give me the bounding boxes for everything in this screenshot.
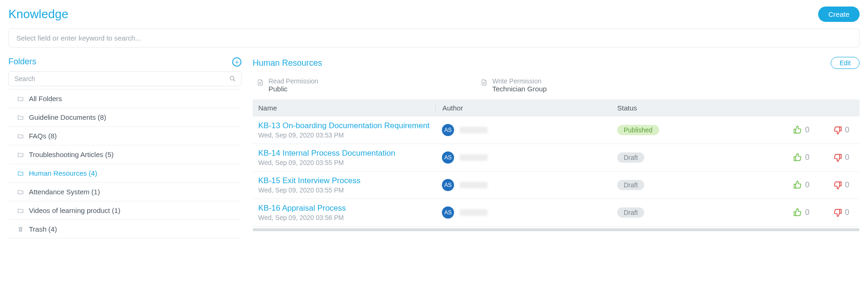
downvote-count: 0 — [845, 125, 849, 135]
downvote-count: 0 — [845, 208, 849, 217]
sidebar-item[interactable]: Videos of learning product(1) — [8, 201, 241, 220]
avatar: AS — [442, 206, 454, 219]
upvote[interactable]: 0 — [793, 208, 809, 217]
sidebar-item[interactable]: FAQs(8) — [8, 127, 241, 145]
write-permission: Write Permission Technician Group — [480, 77, 667, 93]
trash-icon — [17, 226, 24, 233]
read-permission: Read Permission Public — [256, 77, 443, 93]
col-name[interactable]: Name — [258, 104, 435, 112]
thumbs-down-icon — [833, 125, 842, 135]
table-row[interactable]: KB-15 Exit Interview ProcessWed, Sep 09,… — [253, 172, 860, 199]
upvote-count: 0 — [805, 125, 809, 135]
folder-search-input[interactable] — [14, 75, 229, 83]
downvote-count: 0 — [845, 180, 849, 190]
col-author[interactable]: Author — [435, 104, 617, 112]
sidebar-item-label: All Folders — [29, 95, 62, 103]
page-title: Knowledge — [8, 7, 69, 21]
status-badge: Published — [617, 125, 659, 135]
article-title[interactable]: KB-13 On-boarding Documentation Requirem… — [258, 121, 435, 130]
table-row[interactable]: KB-13 On-boarding Documentation Requirem… — [253, 117, 860, 144]
sidebar-item[interactable]: Troubleshooting Articles(5) — [8, 145, 241, 164]
status-badge: Draft — [617, 152, 644, 163]
article-date: Wed, Sep 09, 2020 03:55 PM — [258, 159, 435, 166]
downvote[interactable]: 0 — [833, 180, 849, 190]
downvote[interactable]: 0 — [833, 153, 849, 162]
add-folder-button[interactable]: + — [232, 57, 241, 67]
folder-icon — [17, 133, 24, 139]
col-status[interactable]: Status — [617, 104, 673, 112]
folder-icon — [17, 114, 24, 121]
article-date: Wed, Sep 09, 2020 03:56 PM — [258, 214, 435, 221]
sidebar-item-count: (1) — [91, 188, 100, 196]
sidebar-item-count: (4) — [48, 225, 57, 233]
article-title[interactable]: KB-14 Internal Process Documentation — [258, 149, 435, 158]
edit-button[interactable]: Edit — [831, 57, 860, 69]
downvote-count: 0 — [845, 153, 849, 162]
upvote-count: 0 — [805, 180, 809, 190]
sidebar-item-label: Guideline Documents — [29, 113, 96, 121]
sidebar-item[interactable]: Trash(4) — [8, 220, 241, 239]
folder-title: Human Resources — [253, 58, 322, 68]
folder-icon — [17, 151, 24, 158]
article-title[interactable]: KB-15 Exit Interview Process — [258, 176, 435, 185]
search-input[interactable] — [15, 34, 853, 42]
article-title[interactable]: KB-16 Appraisal Process — [258, 204, 435, 213]
folders-heading: Folders — [8, 57, 36, 67]
thumbs-down-icon — [833, 208, 842, 217]
write-permission-value: Technician Group — [492, 85, 547, 93]
sidebar-item-label: Videos of learning product — [29, 206, 110, 214]
plus-icon: + — [235, 59, 239, 65]
article-date: Wed, Sep 09, 2020 03:53 PM — [258, 131, 435, 139]
downvote[interactable]: 0 — [833, 208, 849, 217]
sidebar-item-label: Troubleshooting Articles — [29, 151, 103, 158]
sidebar-item[interactable]: All Folders — [8, 89, 241, 108]
status-badge: Draft — [617, 180, 644, 190]
thumbs-up-icon — [793, 180, 802, 190]
sidebar-item-count: (1) — [112, 206, 120, 214]
read-permission-value: Public — [269, 85, 318, 93]
author-name — [460, 209, 488, 216]
sidebar-item-label: Human Resources — [29, 169, 87, 177]
upvote[interactable]: 0 — [793, 125, 809, 135]
sidebar-item-count: (8) — [48, 132, 57, 140]
sidebar-item-label: Attendance System — [29, 188, 90, 196]
horizontal-scrollbar[interactable] — [253, 228, 860, 231]
thumbs-down-icon — [833, 153, 842, 162]
sidebar-item[interactable]: Attendance System(1) — [8, 183, 241, 201]
downvote[interactable]: 0 — [833, 125, 849, 135]
thumbs-up-icon — [793, 208, 802, 217]
status-badge: Draft — [617, 207, 644, 218]
avatar: AS — [442, 124, 454, 136]
global-search[interactable] — [8, 28, 860, 48]
folder-icon — [17, 207, 24, 214]
svg-point-0 — [230, 76, 234, 80]
author-name — [460, 154, 488, 161]
thumbs-up-icon — [793, 153, 802, 162]
create-button[interactable]: Create — [818, 7, 860, 22]
folder-icon — [17, 96, 24, 102]
table-header: Name Author Status — [253, 99, 860, 117]
svg-line-1 — [234, 80, 235, 81]
upvote-count: 0 — [805, 153, 809, 162]
document-icon — [256, 77, 264, 87]
thumbs-up-icon — [793, 125, 802, 135]
upvote[interactable]: 0 — [793, 153, 809, 162]
article-date: Wed, Sep 09, 2020 03:55 PM — [258, 186, 435, 194]
document-icon — [480, 77, 488, 87]
sidebar-item[interactable]: Human Resources(4) — [8, 164, 241, 183]
upvote[interactable]: 0 — [793, 180, 809, 190]
avatar: AS — [442, 151, 454, 164]
folder-search[interactable] — [8, 71, 241, 86]
thumbs-down-icon — [833, 180, 842, 190]
sidebar-item[interactable]: Guideline Documents(8) — [8, 108, 241, 127]
author-name — [460, 182, 488, 188]
author-name — [460, 127, 488, 133]
table-row[interactable]: KB-14 Internal Process DocumentationWed,… — [253, 144, 860, 172]
folder-icon — [17, 170, 24, 177]
folder-icon — [17, 189, 24, 195]
read-permission-label: Read Permission — [269, 77, 318, 85]
upvote-count: 0 — [805, 208, 809, 217]
avatar: AS — [442, 179, 454, 191]
table-row[interactable]: KB-16 Appraisal ProcessWed, Sep 09, 2020… — [253, 199, 860, 226]
search-icon — [229, 75, 236, 82]
